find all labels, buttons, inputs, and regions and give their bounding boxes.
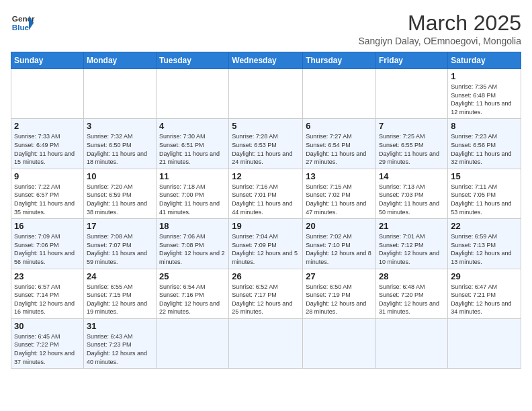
day-number: 15 — [451, 171, 518, 181]
day-number: 8 — [451, 121, 518, 131]
day-info: Sunrise: 7:09 AM Sunset: 7:06 PM Dayligh… — [14, 232, 81, 266]
calendar-cell: 21Sunrise: 7:01 AM Sunset: 7:12 PM Dayli… — [376, 219, 448, 269]
calendar-cell: 8Sunrise: 7:23 AM Sunset: 6:56 PM Daylig… — [448, 119, 521, 169]
calendar-cell — [376, 69, 448, 119]
day-info: Sunrise: 6:54 AM Sunset: 7:16 PM Dayligh… — [159, 283, 226, 316]
calendar-cell — [229, 318, 303, 368]
day-number: 27 — [306, 271, 373, 281]
day-info: Sunrise: 7:23 AM Sunset: 6:56 PM Dayligh… — [451, 132, 518, 166]
calendar-cell: 4Sunrise: 7:30 AM Sunset: 6:51 PM Daylig… — [157, 119, 229, 169]
day-number: 26 — [232, 271, 300, 281]
calendar-cell: 13Sunrise: 7:15 AM Sunset: 7:02 PM Dayli… — [303, 169, 376, 218]
calendar-cell — [229, 69, 303, 119]
calendar-cell — [303, 318, 376, 368]
weekday-header-wednesday: Wednesday — [229, 52, 303, 69]
month-year-title: March 2025 — [358, 11, 521, 36]
calendar-cell: 27Sunrise: 6:50 AM Sunset: 7:19 PM Dayli… — [303, 269, 376, 318]
day-info: Sunrise: 7:28 AM Sunset: 6:53 PM Dayligh… — [232, 132, 300, 166]
day-info: Sunrise: 7:27 AM Sunset: 6:54 PM Dayligh… — [306, 132, 373, 166]
day-number: 19 — [232, 221, 300, 231]
day-info: Sunrise: 6:57 AM Sunset: 7:14 PM Dayligh… — [14, 283, 81, 316]
day-info: Sunrise: 6:43 AM Sunset: 7:23 PM Dayligh… — [87, 332, 153, 366]
day-info: Sunrise: 6:52 AM Sunset: 7:17 PM Dayligh… — [232, 283, 300, 316]
day-number: 3 — [87, 121, 153, 131]
day-number: 11 — [159, 171, 226, 181]
day-info: Sunrise: 6:45 AM Sunset: 7:22 PM Dayligh… — [14, 332, 81, 366]
weekday-header-row: SundayMondayTuesdayWednesdayThursdayFrid… — [11, 52, 521, 69]
svg-text:Blue: Blue — [12, 23, 30, 32]
page-header: General Blue March 2025 Sangiyn Dalay, O… — [11, 11, 521, 46]
calendar-cell: 22Sunrise: 6:59 AM Sunset: 7:13 PM Dayli… — [448, 219, 521, 269]
calendar-cell: 23Sunrise: 6:57 AM Sunset: 7:14 PM Dayli… — [11, 269, 84, 318]
day-info: Sunrise: 7:13 AM Sunset: 7:03 PM Dayligh… — [379, 183, 445, 216]
day-number: 18 — [159, 221, 226, 231]
calendar-cell: 25Sunrise: 6:54 AM Sunset: 7:16 PM Dayli… — [157, 269, 229, 318]
day-number: 17 — [87, 221, 153, 231]
calendar-cell: 7Sunrise: 7:25 AM Sunset: 6:55 PM Daylig… — [376, 119, 448, 169]
calendar-cell: 6Sunrise: 7:27 AM Sunset: 6:54 PM Daylig… — [303, 119, 376, 169]
day-number: 12 — [232, 171, 300, 181]
day-number: 13 — [306, 171, 373, 181]
calendar-cell: 10Sunrise: 7:20 AM Sunset: 6:59 PM Dayli… — [83, 169, 156, 218]
day-info: Sunrise: 7:30 AM Sunset: 6:51 PM Dayligh… — [159, 132, 226, 166]
calendar-cell: 17Sunrise: 7:08 AM Sunset: 7:07 PM Dayli… — [83, 219, 156, 269]
day-number: 14 — [379, 171, 445, 181]
day-number: 16 — [14, 221, 81, 231]
calendar-cell — [11, 69, 84, 119]
day-number: 21 — [379, 221, 445, 231]
day-number: 4 — [159, 121, 226, 131]
calendar-week-row: 2Sunrise: 7:33 AM Sunset: 6:49 PM Daylig… — [11, 119, 521, 169]
day-info: Sunrise: 7:20 AM Sunset: 6:59 PM Dayligh… — [87, 183, 153, 216]
day-info: Sunrise: 7:32 AM Sunset: 6:50 PM Dayligh… — [87, 132, 153, 166]
logo: General Blue — [11, 11, 35, 35]
day-number: 7 — [379, 121, 445, 131]
calendar-cell: 26Sunrise: 6:52 AM Sunset: 7:17 PM Dayli… — [229, 269, 303, 318]
day-info: Sunrise: 7:33 AM Sunset: 6:49 PM Dayligh… — [14, 132, 81, 166]
calendar-cell: 12Sunrise: 7:16 AM Sunset: 7:01 PM Dayli… — [229, 169, 303, 218]
day-number: 20 — [306, 221, 373, 231]
calendar-cell: 3Sunrise: 7:32 AM Sunset: 6:50 PM Daylig… — [83, 119, 156, 169]
weekday-header-sunday: Sunday — [11, 52, 84, 69]
day-info: Sunrise: 7:18 AM Sunset: 7:00 PM Dayligh… — [159, 183, 226, 216]
calendar-cell: 5Sunrise: 7:28 AM Sunset: 6:53 PM Daylig… — [229, 119, 303, 169]
day-number: 28 — [379, 271, 445, 281]
day-number: 9 — [14, 171, 81, 181]
day-info: Sunrise: 7:06 AM Sunset: 7:08 PM Dayligh… — [159, 232, 226, 266]
calendar-cell: 31Sunrise: 6:43 AM Sunset: 7:23 PM Dayli… — [83, 318, 156, 368]
calendar-week-row: 30Sunrise: 6:45 AM Sunset: 7:22 PM Dayli… — [11, 318, 521, 368]
calendar-cell: 9Sunrise: 7:22 AM Sunset: 6:57 PM Daylig… — [11, 169, 84, 218]
weekday-header-thursday: Thursday — [303, 52, 376, 69]
calendar-table: SundayMondayTuesdayWednesdayThursdayFrid… — [11, 52, 521, 369]
day-info: Sunrise: 7:02 AM Sunset: 7:10 PM Dayligh… — [306, 232, 373, 266]
day-number: 30 — [14, 321, 81, 331]
calendar-cell — [157, 69, 229, 119]
day-info: Sunrise: 7:08 AM Sunset: 7:07 PM Dayligh… — [87, 232, 153, 266]
logo-icon: General Blue — [11, 11, 35, 35]
calendar-cell — [83, 69, 156, 119]
calendar-cell: 11Sunrise: 7:18 AM Sunset: 7:00 PM Dayli… — [157, 169, 229, 218]
day-number: 25 — [159, 271, 226, 281]
day-info: Sunrise: 6:59 AM Sunset: 7:13 PM Dayligh… — [451, 232, 518, 266]
day-info: Sunrise: 7:35 AM Sunset: 6:48 PM Dayligh… — [451, 83, 518, 116]
calendar-week-row: 9Sunrise: 7:22 AM Sunset: 6:57 PM Daylig… — [11, 169, 521, 218]
calendar-cell: 2Sunrise: 7:33 AM Sunset: 6:49 PM Daylig… — [11, 119, 84, 169]
calendar-cell: 15Sunrise: 7:11 AM Sunset: 7:05 PM Dayli… — [448, 169, 521, 218]
day-info: Sunrise: 7:22 AM Sunset: 6:57 PM Dayligh… — [14, 183, 81, 216]
location-subtitle: Sangiyn Dalay, OEmnoegovi, Mongolia — [358, 36, 521, 46]
calendar-cell: 18Sunrise: 7:06 AM Sunset: 7:08 PM Dayli… — [157, 219, 229, 269]
day-number: 31 — [87, 321, 153, 331]
title-block: March 2025 Sangiyn Dalay, OEmnoegovi, Mo… — [358, 11, 521, 46]
weekday-header-tuesday: Tuesday — [157, 52, 229, 69]
calendar-cell: 20Sunrise: 7:02 AM Sunset: 7:10 PM Dayli… — [303, 219, 376, 269]
weekday-header-monday: Monday — [83, 52, 156, 69]
day-info: Sunrise: 7:15 AM Sunset: 7:02 PM Dayligh… — [306, 183, 373, 216]
calendar-cell: 30Sunrise: 6:45 AM Sunset: 7:22 PM Dayli… — [11, 318, 84, 368]
calendar-week-row: 1Sunrise: 7:35 AM Sunset: 6:48 PM Daylig… — [11, 69, 521, 119]
calendar-cell — [448, 318, 521, 368]
day-info: Sunrise: 7:16 AM Sunset: 7:01 PM Dayligh… — [232, 183, 300, 216]
day-info: Sunrise: 7:01 AM Sunset: 7:12 PM Dayligh… — [379, 232, 445, 266]
calendar-cell: 29Sunrise: 6:47 AM Sunset: 7:21 PM Dayli… — [448, 269, 521, 318]
calendar-cell: 14Sunrise: 7:13 AM Sunset: 7:03 PM Dayli… — [376, 169, 448, 218]
calendar-cell — [303, 69, 376, 119]
day-info: Sunrise: 6:50 AM Sunset: 7:19 PM Dayligh… — [306, 283, 373, 316]
